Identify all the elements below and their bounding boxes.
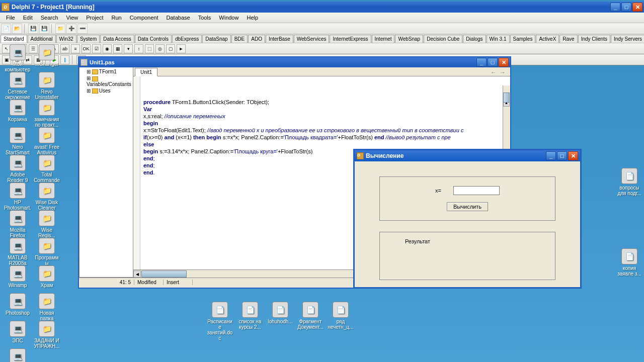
pause-button[interactable]: ‖ <box>60 55 69 64</box>
desktop-icon[interactable]: 💻Мой компьютер <box>4 44 31 72</box>
desktop-icon[interactable]: 💻Nero StartSmart <box>4 127 31 155</box>
desktop-icon[interactable]: 💻Adobe Reader 9 <box>4 155 31 183</box>
tree-vars[interactable]: ⊞ Variables/Constants <box>80 75 132 87</box>
desktop-icon[interactable]: 📄lohuhodh... <box>267 302 294 324</box>
palette-tab-bde[interactable]: BDE <box>231 35 248 43</box>
code-line[interactable]: procedure TForm1.Button1Click(Sender: TO… <box>143 99 508 106</box>
desktop-icon[interactable]: 💻MATLAB R2008a <box>4 238 31 266</box>
app-titlebar[interactable]: D Вычисление _ □ ✕ <box>355 150 580 161</box>
menu-component[interactable]: Component <box>126 14 163 22</box>
palette-tab-samples[interactable]: Samples <box>510 35 536 43</box>
remove-file[interactable]: ➖ <box>77 24 88 34</box>
desktop-icon[interactable]: 📄Расписание занятий.doc <box>206 302 233 341</box>
comp-combo[interactable]: ▾ <box>124 44 133 53</box>
palette-tab-data-controls[interactable]: Data Controls <box>135 35 172 43</box>
new-button[interactable]: 📄 <box>1 24 11 34</box>
open-project[interactable]: 📁 <box>55 24 65 34</box>
desktop-icon[interactable]: 📁avast! Free Antivirus <box>33 127 60 155</box>
x-input[interactable] <box>453 186 500 195</box>
palette-tab-indy-servers[interactable]: Indy Servers <box>611 35 644 43</box>
desktop-icon[interactable]: 📁замечания по практ... <box>33 100 60 128</box>
minimize-button[interactable]: _ <box>610 3 620 12</box>
palette-tab-dialogs[interactable]: Dialogs <box>463 35 486 43</box>
desktop-icon[interactable]: 📄ряд нечетн_ц... <box>327 302 354 330</box>
code-line[interactable]: Var <box>143 106 508 113</box>
maximize-button[interactable]: □ <box>621 3 631 12</box>
save-button[interactable]: 💾 <box>28 24 38 34</box>
palette-tab-rave[interactable]: Rave <box>559 35 577 43</box>
comp-radiogroup[interactable]: ◎ <box>155 44 165 53</box>
desktop-icon[interactable]: 📁...Changer <box>33 44 60 67</box>
tree-tform1[interactable]: ⊞ TForm1 <box>80 68 132 75</box>
code-line[interactable]: begin <box>143 120 508 127</box>
code-line[interactable]: if(x>=0) and (x<=1) then begin s:=x*x; P… <box>143 134 508 141</box>
palette-tab-system[interactable]: System <box>77 35 100 43</box>
desktop-icon[interactable]: 📁ЗАДАЧИ И УПРАЖН... <box>33 321 60 349</box>
desktop-icon[interactable]: 💻Корзина <box>4 100 31 122</box>
palette-tab-dbexpress[interactable]: dbExpress <box>172 35 202 43</box>
menu-database[interactable]: Database <box>163 14 194 22</box>
menu-view[interactable]: View <box>62 14 83 22</box>
palette-tab-websnap[interactable]: WebSnap <box>395 35 423 43</box>
palette-tab-win-3.1[interactable]: Win 3.1 <box>487 35 510 43</box>
palette-tab-activex[interactable]: ActiveX <box>536 35 559 43</box>
nav-fwd-icon[interactable]: → <box>500 69 506 76</box>
menu-project[interactable]: Project <box>82 14 107 22</box>
code-min[interactable]: _ <box>476 58 487 67</box>
desktop-icon[interactable]: 📁Храм <box>33 265 60 288</box>
comp-memo[interactable]: ≡ <box>71 44 80 53</box>
compute-button[interactable]: Вычислить <box>447 202 488 211</box>
comp-edit[interactable]: ab <box>60 44 69 53</box>
desktop-icon[interactable]: 📄копия заявле з... <box>616 248 643 277</box>
comp-button[interactable]: OK <box>82 44 91 53</box>
comp-actionlist[interactable]: ► <box>177 44 186 53</box>
ide-titlebar[interactable]: D Delphi 7 - Project1 [Running] _ □ ✕ <box>0 2 644 13</box>
hscroll-thumb[interactable] <box>141 270 187 278</box>
add-file[interactable]: ➕ <box>66 24 76 34</box>
palette-tab-interbase[interactable]: InterBase <box>266 35 293 43</box>
comp-listbox[interactable]: ▦ <box>113 44 122 53</box>
palette-tab-standard[interactable]: Standard <box>1 35 27 43</box>
comp-checkbox[interactable]: ☑ <box>92 44 101 53</box>
palette-tab-internet[interactable]: Internet <box>372 35 395 43</box>
menu-file[interactable]: File <box>2 14 19 22</box>
desktop-icon[interactable]: 📁Wise Disk Cleaner <box>33 183 60 211</box>
menu-run[interactable]: Run <box>107 14 125 22</box>
open-button[interactable]: 📂 <box>12 24 22 34</box>
tab-unit1[interactable]: Unit1 <box>135 68 157 76</box>
palette-tab-webservices[interactable]: WebServices <box>294 35 330 43</box>
desktop-icon[interactable]: 📁Программы <box>33 238 60 266</box>
desktop-icon[interactable]: 💻Borland Pascal 7.0 <box>4 348 31 362</box>
code-titlebar[interactable]: □ Unit1.pas _ □ ✕ <box>79 57 510 67</box>
menu-window[interactable]: Window <box>215 14 243 22</box>
comp-panel[interactable]: ▢ <box>166 44 175 53</box>
code-line[interactable]: x:=StrToFloat(Edit1.Text); //ввод переме… <box>143 127 508 134</box>
vscroll-thumb[interactable] <box>503 93 510 103</box>
desktop-icon[interactable]: 💻Сетевое окружение <box>4 72 31 100</box>
comp-groupbox[interactable]: ⬚ <box>145 44 154 53</box>
code-line[interactable]: else <box>143 141 508 148</box>
palette-tab-additional[interactable]: Additional <box>28 35 56 43</box>
desktop-icon[interactable]: 💻ЭПС <box>4 321 31 343</box>
menu-search[interactable]: Search <box>37 14 62 22</box>
desktop-icon[interactable]: 📄список на курсы 2... <box>236 302 264 330</box>
palette-tab-datasnap[interactable]: DataSnap <box>202 35 230 43</box>
app-min[interactable]: _ <box>546 151 556 160</box>
scroll-left-icon[interactable]: ◀ <box>133 270 141 278</box>
menu-tools[interactable]: Tools <box>194 14 215 22</box>
palette-tab-internetexpress[interactable]: InternetExpress <box>330 35 371 43</box>
app-close[interactable]: ✕ <box>568 151 578 160</box>
palette-tab-ado[interactable]: ADO <box>248 35 265 43</box>
code-close[interactable]: ✕ <box>499 58 509 67</box>
comp-scrollbar[interactable]: ↕ <box>134 44 143 53</box>
saveall-button[interactable]: 💾 <box>39 24 49 34</box>
menu-help[interactable]: Help <box>243 14 262 22</box>
desktop-icon[interactable]: 📄Фрагмент Документ... <box>297 302 324 330</box>
desktop-icon[interactable]: 💻Winamp <box>4 265 31 288</box>
palette-tab-data-access[interactable]: Data Access <box>100 35 134 43</box>
desktop-icon[interactable]: 📁Новая папка <box>33 293 60 321</box>
desktop-icon[interactable]: 📁Revo Uninstaller <box>33 72 60 100</box>
desktop-icon[interactable]: 📄вопросы для подг... <box>616 168 643 196</box>
code-line[interactable]: x,s:real; //описание переменных <box>143 113 508 120</box>
close-button[interactable]: ✕ <box>632 3 642 12</box>
